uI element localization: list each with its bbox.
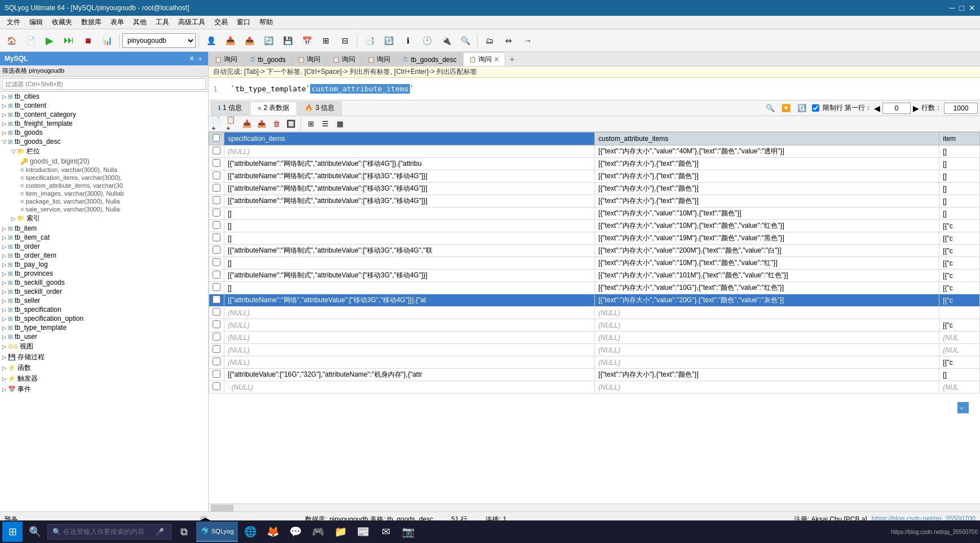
toolbar-sync-btn[interactable]: 🔄 (259, 32, 277, 49)
row-count-input[interactable] (944, 103, 978, 114)
row-checkbox[interactable] (213, 370, 220, 378)
toolbar-run-btn[interactable]: ▶ (41, 32, 59, 49)
row-checkbox[interactable] (213, 246, 220, 254)
table-row[interactable]: [{"attributeName":"网络制式","attributeValue… (209, 195, 980, 208)
table-row[interactable]: [{"attributeName":"网络制式","attributeValue… (209, 183, 980, 195)
database-selector[interactable]: pinyougoudb (122, 33, 196, 48)
app3-btn[interactable]: 💬 (285, 522, 306, 542)
toolbar-connect-btn[interactable]: 🔌 (437, 32, 455, 49)
tree-item-tb_freight_template[interactable]: ▷ ⊞ tb_freight_template (0, 119, 208, 128)
menu-item-数据库[interactable]: 数据库 (77, 16, 106, 28)
start-button[interactable]: ⊞ (2, 522, 23, 542)
sidebar-tab-add[interactable]: ＋ (197, 54, 204, 64)
tree-item-event[interactable]: ▷ 📅 事件 (0, 384, 208, 395)
menu-item-文件[interactable]: 文件 (2, 16, 25, 28)
row-checkbox[interactable] (213, 283, 220, 291)
tab-query-1[interactable]: 📋 询问 (209, 52, 244, 66)
tree-item-procedure[interactable]: ▷ 💾 存储过程 (0, 352, 208, 363)
clear-btn[interactable]: 🔲 (284, 118, 298, 130)
refresh-btn[interactable]: 🔃 (795, 102, 809, 114)
tree-item-view[interactable]: ▷ ⊙⊙ 视图 (0, 341, 208, 352)
tree-item-tb_user[interactable]: ▷ ⊞ tb_user (0, 332, 208, 341)
tree-item-tb_specification_option[interactable]: ▷ ⊞ tb_specification_option (0, 314, 208, 323)
menu-item-收藏夹[interactable]: 收藏夹 (47, 16, 77, 28)
tree-item-tb_order_item[interactable]: ▷ ⊞ tb_order_item (0, 251, 208, 260)
insert-row-btn[interactable]: 📄+ (211, 118, 224, 130)
taskbar-search[interactable]: 🔍 🎤 (47, 524, 171, 540)
tree-item-tb_type_template[interactable]: ▷ ⊞ tb_type_template (0, 323, 208, 332)
table-row[interactable]: [{"attributeValue":["16G","32G"],"attrib… (209, 369, 980, 381)
toolbar-history-btn[interactable]: 🕐 (418, 32, 436, 49)
sqlyog-taskbar-btn[interactable]: 🐬 SQLyog (196, 522, 238, 542)
tree-item-tb_seckill_goods[interactable]: ▷ ⊞ tb_seckill_goods (0, 278, 208, 287)
layout2-btn[interactable]: ☰ (319, 118, 332, 130)
insert-row2-btn[interactable]: 📋+ (226, 118, 239, 130)
tree-item-tb_provinces[interactable]: ▷ ⊞ tb_provinces (0, 269, 208, 278)
row-checkbox[interactable] (213, 308, 220, 316)
minimize-button[interactable]: ─ (950, 3, 955, 12)
col-specification_items[interactable]: specification_items (224, 133, 595, 145)
restore-button[interactable]: □ (960, 3, 964, 12)
tree-item-tb_seller[interactable]: ▷ ⊞ tb_seller (0, 296, 208, 305)
row-checkbox[interactable] (213, 258, 220, 266)
menu-item-交易[interactable]: 交易 (210, 16, 232, 28)
toolbar-grid-btn[interactable]: ⊞ (317, 32, 335, 49)
tree-item-tb_specification[interactable]: ▷ ⊞ tb_specification (0, 305, 208, 314)
cell-popup-btn[interactable]: ▪ : (957, 402, 969, 413)
row-checkbox[interactable] (213, 159, 220, 167)
row-checkbox[interactable] (213, 295, 220, 303)
toolbar-schedule-btn[interactable]: 📅 (298, 32, 316, 49)
tab-add-button[interactable]: ＋ (505, 52, 519, 66)
toolbar-export-btn[interactable]: 📤 (240, 32, 258, 49)
result-tab-info1[interactable]: ℹ 1 信息 (211, 101, 249, 115)
result-tab-tabledata[interactable]: ≡ 2 表数据 (250, 101, 297, 115)
toolbar-info-btn[interactable]: ℹ (399, 32, 417, 49)
row-checkbox[interactable] (213, 357, 220, 365)
menu-item-编辑[interactable]: 编辑 (25, 16, 47, 28)
row-checkbox[interactable] (213, 171, 220, 179)
search-icon-btn[interactable]: 🔍 (763, 102, 777, 114)
horizontal-scrollbar[interactable] (209, 504, 980, 511)
tree-col-sale_service[interactable]: ≡ sale_service, varchar(3000), Nulla (18, 205, 208, 213)
app6-btn[interactable]: 📰 (353, 522, 373, 542)
result-tab-info3[interactable]: 🔥 3 信息 (298, 101, 342, 115)
toolbar-chart-btn[interactable]: 📊 (98, 32, 116, 49)
menu-item-其他[interactable]: 其他 (129, 16, 151, 28)
search-btn[interactable]: 🔍 (25, 522, 45, 542)
tree-item-tb_goods_desc[interactable]: ▽ ⊞ tb_goods_desc (0, 137, 208, 146)
toolbar-user-btn[interactable]: 👤 (202, 32, 220, 49)
tab-query-3[interactable]: 📋 询问 (326, 52, 361, 66)
table-row[interactable]: [{"attributeName":"网络制式","attributeValue… (209, 270, 980, 282)
tree-col-goods_id[interactable]: 🔑 goods_id, bigint(20) (18, 157, 208, 166)
toolbar-migrate-btn[interactable]: → (519, 32, 537, 49)
toolbar-run-all-btn[interactable]: ⏭ (60, 32, 78, 49)
toolbar-grid2-btn[interactable]: ⊟ (336, 32, 354, 49)
sidebar-tab[interactable]: MySQL ✕ ＋ (0, 52, 208, 65)
row-checkbox[interactable] (213, 345, 220, 353)
table-row[interactable]: (NULL)(NULL)[{"c (209, 319, 980, 332)
table-row[interactable]: (NULL)(NULL) (209, 307, 980, 319)
tab-query-2[interactable]: 📋 询问 (292, 52, 326, 66)
tree-item-tb_item_cat[interactable]: ▷ ⊞ tb_item_cat (0, 233, 208, 242)
table-row[interactable]: (NULL)(NULL)(NUL (209, 332, 980, 344)
tab-query-4[interactable]: 📋 询问 (361, 52, 396, 66)
col-custom_attribute_items[interactable]: custom_attribute_items (595, 133, 939, 145)
row-checkbox[interactable] (213, 271, 220, 279)
col-item[interactable]: item (939, 133, 980, 145)
sidebar-tab-close[interactable]: ✕ (189, 55, 195, 63)
row-checkbox[interactable] (213, 196, 220, 204)
tree-item-tb_item[interactable]: ▷ ⊞ tb_item (0, 224, 208, 233)
tab-tb_goods[interactable]: 🗒 tb_goods (244, 52, 292, 66)
taskview-btn[interactable]: ⧉ (174, 522, 194, 542)
row-checkbox[interactable] (213, 147, 220, 154)
menu-item-帮助[interactable]: 帮助 (255, 16, 277, 28)
menu-item-工具[interactable]: 工具 (151, 16, 174, 28)
table-row[interactable]: (NULL)[{"text":"内存大小","value":"40M"},{"t… (209, 145, 980, 158)
tree-item-tb_seckill_order[interactable]: ▷ ⊞ tb_seckill_order (0, 287, 208, 296)
row-checkbox[interactable] (213, 320, 220, 328)
layout1-btn[interactable]: ⊞ (304, 118, 317, 130)
toolbar-refresh-btn[interactable]: 🔃 (379, 32, 398, 49)
table-row[interactable]: (NULL)(NULL)(NUL (209, 344, 980, 356)
menu-item-窗口[interactable]: 窗口 (232, 16, 255, 28)
tree-col-package_list[interactable]: ≡ package_list, varchar(3000), Nulla (18, 197, 208, 205)
